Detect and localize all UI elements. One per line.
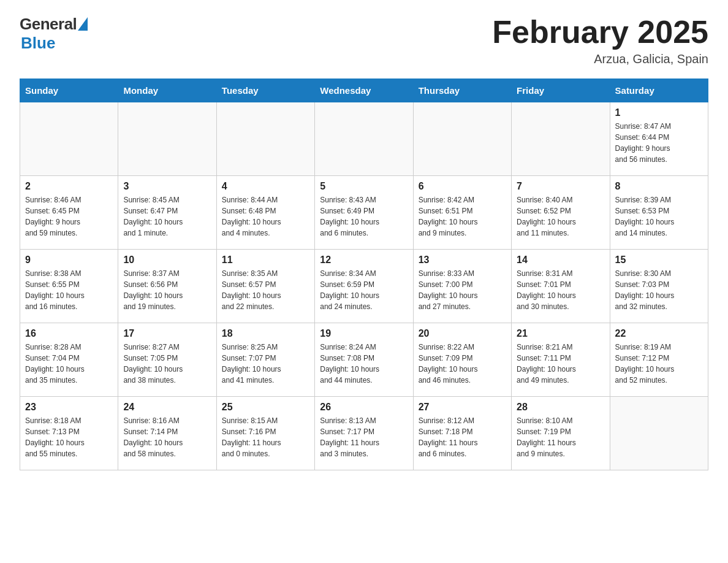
day-info: Sunrise: 8:43 AM Sunset: 6:49 PM Dayligh… [320, 194, 408, 239]
day-info: Sunrise: 8:35 AM Sunset: 6:57 PM Dayligh… [222, 268, 309, 312]
calendar-cell: 15Sunrise: 8:30 AM Sunset: 7:03 PM Dayli… [610, 250, 708, 323]
week-row-2: 2Sunrise: 8:46 AM Sunset: 6:45 PM Daylig… [20, 176, 708, 250]
calendar-cell: 22Sunrise: 8:19 AM Sunset: 7:12 PM Dayli… [610, 323, 708, 397]
day-info: Sunrise: 8:12 AM Sunset: 7:18 PM Dayligh… [419, 415, 506, 459]
calendar-cell: 7Sunrise: 8:40 AM Sunset: 6:52 PM Daylig… [512, 176, 610, 250]
day-number: 18 [222, 328, 309, 339]
week-row-1: 1Sunrise: 8:47 AM Sunset: 6:44 PM Daylig… [20, 102, 708, 176]
logo-triangle-icon [78, 17, 88, 31]
day-info: Sunrise: 8:10 AM Sunset: 7:19 PM Dayligh… [517, 415, 604, 459]
calendar-cell: 14Sunrise: 8:31 AM Sunset: 7:01 PM Dayli… [512, 250, 610, 323]
day-info: Sunrise: 8:31 AM Sunset: 7:01 PM Dayligh… [517, 268, 604, 312]
weekday-header-friday: Friday [512, 79, 610, 102]
calendar-cell: 20Sunrise: 8:22 AM Sunset: 7:09 PM Dayli… [413, 323, 511, 397]
calendar-cell: 8Sunrise: 8:39 AM Sunset: 6:53 PM Daylig… [610, 176, 708, 250]
weekday-header-wednesday: Wednesday [315, 79, 413, 102]
day-info: Sunrise: 8:42 AM Sunset: 6:51 PM Dayligh… [419, 194, 506, 239]
calendar-cell [610, 397, 708, 470]
day-info: Sunrise: 8:16 AM Sunset: 7:14 PM Dayligh… [123, 415, 211, 459]
calendar-cell [216, 102, 314, 176]
calendar-cell: 27Sunrise: 8:12 AM Sunset: 7:18 PM Dayli… [413, 397, 511, 470]
calendar-cell: 23Sunrise: 8:18 AM Sunset: 7:13 PM Dayli… [20, 397, 118, 470]
day-number: 17 [123, 328, 211, 339]
week-row-5: 23Sunrise: 8:18 AM Sunset: 7:13 PM Dayli… [20, 397, 708, 470]
day-info: Sunrise: 8:24 AM Sunset: 7:08 PM Dayligh… [320, 342, 408, 386]
day-info: Sunrise: 8:37 AM Sunset: 6:56 PM Dayligh… [123, 268, 211, 312]
day-number: 23 [25, 402, 113, 413]
day-number: 19 [320, 328, 408, 339]
day-number: 25 [222, 402, 309, 413]
day-number: 27 [419, 402, 506, 413]
calendar-cell: 10Sunrise: 8:37 AM Sunset: 6:56 PM Dayli… [118, 250, 216, 323]
week-row-3: 9Sunrise: 8:38 AM Sunset: 6:55 PM Daylig… [20, 250, 708, 323]
day-info: Sunrise: 8:44 AM Sunset: 6:48 PM Dayligh… [222, 194, 309, 239]
calendar-cell: 9Sunrise: 8:38 AM Sunset: 6:55 PM Daylig… [20, 250, 118, 323]
calendar-cell: 28Sunrise: 8:10 AM Sunset: 7:19 PM Dayli… [512, 397, 610, 470]
day-info: Sunrise: 8:45 AM Sunset: 6:47 PM Dayligh… [123, 194, 211, 239]
day-number: 15 [615, 255, 703, 266]
day-number: 14 [517, 255, 604, 266]
calendar-cell: 16Sunrise: 8:28 AM Sunset: 7:04 PM Dayli… [20, 323, 118, 397]
calendar-cell: 11Sunrise: 8:35 AM Sunset: 6:57 PM Dayli… [216, 250, 314, 323]
day-info: Sunrise: 8:27 AM Sunset: 7:05 PM Dayligh… [123, 342, 211, 386]
day-number: 10 [123, 255, 211, 266]
calendar-cell: 12Sunrise: 8:34 AM Sunset: 6:59 PM Dayli… [315, 250, 413, 323]
calendar-cell [413, 102, 511, 176]
day-info: Sunrise: 8:25 AM Sunset: 7:07 PM Dayligh… [222, 342, 309, 386]
logo: General Blue [20, 15, 88, 53]
calendar-cell: 19Sunrise: 8:24 AM Sunset: 7:08 PM Dayli… [315, 323, 413, 397]
title-block: February 2025 Arzua, Galicia, Spain [492, 15, 708, 66]
day-number: 2 [25, 181, 113, 192]
location-text: Arzua, Galicia, Spain [492, 52, 708, 66]
day-number: 3 [123, 181, 211, 192]
day-number: 13 [419, 255, 506, 266]
day-number: 12 [320, 255, 408, 266]
day-number: 6 [419, 181, 506, 192]
calendar-cell: 2Sunrise: 8:46 AM Sunset: 6:45 PM Daylig… [20, 176, 118, 250]
day-info: Sunrise: 8:15 AM Sunset: 7:16 PM Dayligh… [222, 415, 309, 459]
day-number: 26 [320, 402, 408, 413]
day-number: 24 [123, 402, 211, 413]
day-number: 16 [25, 328, 113, 339]
calendar-cell: 18Sunrise: 8:25 AM Sunset: 7:07 PM Dayli… [216, 323, 314, 397]
calendar-cell: 25Sunrise: 8:15 AM Sunset: 7:16 PM Dayli… [216, 397, 314, 470]
day-number: 1 [615, 107, 703, 118]
day-number: 5 [320, 181, 408, 192]
day-number: 9 [25, 255, 113, 266]
weekday-header-sunday: Sunday [20, 79, 118, 102]
weekday-header-tuesday: Tuesday [216, 79, 314, 102]
month-title: February 2025 [492, 15, 708, 50]
calendar-cell: 26Sunrise: 8:13 AM Sunset: 7:17 PM Dayli… [315, 397, 413, 470]
day-info: Sunrise: 8:19 AM Sunset: 7:12 PM Dayligh… [615, 342, 703, 386]
day-info: Sunrise: 8:13 AM Sunset: 7:17 PM Dayligh… [320, 415, 408, 459]
weekday-header-monday: Monday [118, 79, 216, 102]
calendar-cell [315, 102, 413, 176]
week-row-4: 16Sunrise: 8:28 AM Sunset: 7:04 PM Dayli… [20, 323, 708, 397]
page-header: General Blue February 2025 Arzua, Galici… [20, 15, 708, 66]
calendar-cell: 24Sunrise: 8:16 AM Sunset: 7:14 PM Dayli… [118, 397, 216, 470]
calendar-cell: 3Sunrise: 8:45 AM Sunset: 6:47 PM Daylig… [118, 176, 216, 250]
day-number: 4 [222, 181, 309, 192]
day-info: Sunrise: 8:34 AM Sunset: 6:59 PM Dayligh… [320, 268, 408, 312]
day-number: 11 [222, 255, 309, 266]
day-number: 20 [419, 328, 506, 339]
day-info: Sunrise: 8:33 AM Sunset: 7:00 PM Dayligh… [419, 268, 506, 312]
weekday-header-saturday: Saturday [610, 79, 708, 102]
day-info: Sunrise: 8:38 AM Sunset: 6:55 PM Dayligh… [25, 268, 113, 312]
day-info: Sunrise: 8:46 AM Sunset: 6:45 PM Dayligh… [25, 194, 113, 239]
calendar-cell [118, 102, 216, 176]
day-info: Sunrise: 8:21 AM Sunset: 7:11 PM Dayligh… [517, 342, 604, 386]
calendar-cell: 21Sunrise: 8:21 AM Sunset: 7:11 PM Dayli… [512, 323, 610, 397]
calendar-cell: 1Sunrise: 8:47 AM Sunset: 6:44 PM Daylig… [610, 102, 708, 176]
day-info: Sunrise: 8:22 AM Sunset: 7:09 PM Dayligh… [419, 342, 506, 386]
calendar-cell: 4Sunrise: 8:44 AM Sunset: 6:48 PM Daylig… [216, 176, 314, 250]
day-number: 22 [615, 328, 703, 339]
calendar-table: SundayMondayTuesdayWednesdayThursdayFrid… [20, 79, 708, 470]
calendar-cell: 17Sunrise: 8:27 AM Sunset: 7:05 PM Dayli… [118, 323, 216, 397]
calendar-cell [512, 102, 610, 176]
weekday-header-thursday: Thursday [413, 79, 511, 102]
day-info: Sunrise: 8:18 AM Sunset: 7:13 PM Dayligh… [25, 415, 113, 459]
day-number: 21 [517, 328, 604, 339]
day-number: 28 [517, 402, 604, 413]
calendar-header-row: SundayMondayTuesdayWednesdayThursdayFrid… [20, 79, 708, 102]
